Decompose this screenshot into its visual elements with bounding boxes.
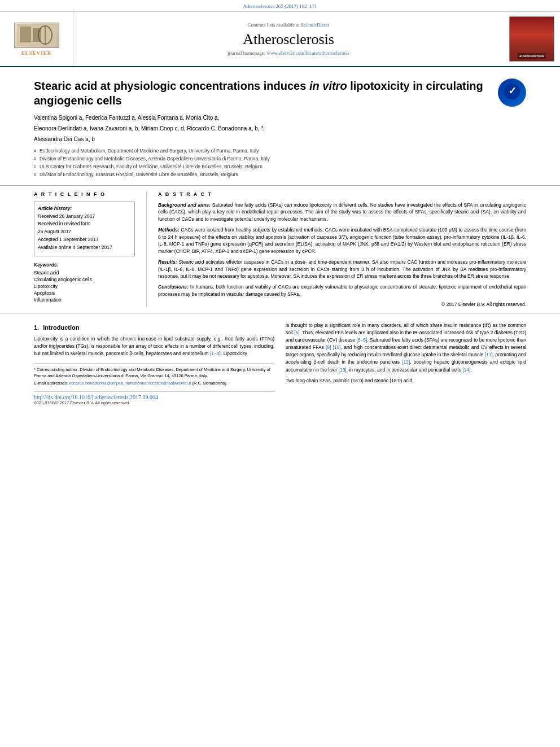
keyword-1: Stearic acid xyxy=(34,270,135,276)
introduction-title: Introduction xyxy=(43,324,79,331)
sciencedirect-prefix: Contents lists available at xyxy=(248,22,300,28)
intro-paragraph-2: is thought to play a significant role in… xyxy=(286,322,526,374)
ref-11[interactable]: [11] xyxy=(485,352,493,357)
sciencedirect-line: Contents lists available at ScienceDirec… xyxy=(248,22,330,28)
keywords-label: Keywords: xyxy=(34,262,135,268)
homepage-line: journal homepage: www.elsevier.com/locat… xyxy=(228,50,349,56)
keyword-5: Inflammation xyxy=(34,297,135,303)
col-left: 1. Introduction Lipotoxicity is a condit… xyxy=(34,322,274,405)
accepted-date: Accepted 1 September 2017 xyxy=(38,237,131,243)
received-date: Received 26 January 2017 xyxy=(38,213,131,220)
title-part1: Stearic acid at physiologic concentratio… xyxy=(34,80,309,92)
affiliation-d: d Division of Endocrinology, Erasmus Hos… xyxy=(34,172,526,178)
crossmark-icon: ✓ xyxy=(504,83,520,103)
abstract-title: A B S T R A C T xyxy=(158,191,526,197)
abstract-methods: Methods: CACs were isolated from healthy… xyxy=(158,226,526,255)
doi-link[interactable]: http://dx.doi.org/10.1016/j.atherosclero… xyxy=(34,394,158,400)
email-suffix: (R.C. Bonadonna). xyxy=(192,381,228,386)
affiliation-a: a Endocrinology and Metabolism, Departme… xyxy=(34,148,526,155)
intro-paragraph-3: Two long-chain SFAs, palmitic (16:0) and… xyxy=(286,377,526,385)
article-info-title: A R T I C L E I N F O xyxy=(34,191,135,197)
header-center: Contents lists available at ScienceDirec… xyxy=(73,12,504,66)
authors-line-1: Valentina Spigoni a, Federica Fantuzzi a… xyxy=(34,113,526,122)
results-text: Stearic acid activates effector caspases… xyxy=(158,259,526,279)
ref-6-8[interactable]: [6–8] xyxy=(356,337,367,343)
sciencedirect-link[interactable]: ScienceDirect xyxy=(301,22,329,28)
section-number: 1. xyxy=(34,324,39,331)
corresponding-author: * Corresponding author. Division of Endo… xyxy=(34,367,274,379)
affil-sup-a: a xyxy=(34,148,38,155)
email-link-1[interactable]: riccardo.bonadonna@unipr.it xyxy=(69,381,123,386)
ref-12[interactable]: [12] xyxy=(402,359,410,365)
copyright-line: © 2017 Elsevier B.V. All rights reserved… xyxy=(158,302,526,307)
ref-14[interactable]: [14] xyxy=(462,367,470,373)
article-info-panel: A R T I C L E I N F O Article history: R… xyxy=(34,191,147,307)
keyword-2: Circulating angiogenic cells xyxy=(34,277,135,282)
article-history-box: Article history: Received 26 January 201… xyxy=(34,202,135,256)
ref-13[interactable]: [13] xyxy=(339,367,347,373)
conclusions-text: In humans, both function and viability o… xyxy=(158,284,526,297)
journal-thumb-label: atherosclerosis xyxy=(518,53,546,59)
ref-9[interactable]: [9] xyxy=(326,344,331,350)
abstract-background: Background and aims: Saturated free fatt… xyxy=(158,202,526,223)
journal-title: Atherosclerosis xyxy=(243,31,334,48)
affil-text-b: Division of Endocrinology and Metabolic … xyxy=(40,156,270,163)
journal-citation: Atherosclerosis 265 (2017) 162–171 xyxy=(243,3,317,9)
header-left: ELSEVIER xyxy=(0,12,73,66)
introduction-heading: 1. Introduction xyxy=(34,324,274,331)
history-label: Article history: xyxy=(38,206,131,211)
affil-sup-d: d xyxy=(34,172,38,178)
svg-rect-1 xyxy=(20,27,31,42)
journal-citation-bar: Atherosclerosis 265 (2017) 162–171 xyxy=(0,0,560,12)
revised-label: Received in revised form xyxy=(38,221,131,228)
ref-5[interactable]: [5] xyxy=(294,330,299,335)
available-date: Available online 4 September 2017 xyxy=(38,244,131,251)
email-line: E-mail addresses: riccardo.bonadonna@uni… xyxy=(34,381,274,387)
affil-sup-c: c xyxy=(34,164,38,171)
elsevier-logo: ELSEVIER xyxy=(14,23,59,56)
article-title: Stearic acid at physiologic concentratio… xyxy=(34,78,498,108)
authors-line-3: Alessandra Dei Cas a, b xyxy=(34,135,526,143)
conclusions-label: Conclusions: xyxy=(158,284,189,290)
keywords-box: Keywords: Stearic acid Circulating angio… xyxy=(34,262,135,303)
two-column-layout: 1. Introduction Lipotoxicity is a condit… xyxy=(34,322,526,405)
email-link-2[interactable]: bonadonna.riccardo@fastwebnet.it xyxy=(125,381,191,386)
col-right: is thought to play a significant role in… xyxy=(286,322,526,405)
results-label: Results: xyxy=(158,259,177,265)
ref-10[interactable]: [10] xyxy=(333,344,341,350)
authors-line-2: Eleonora Derlindati a, Ivana Zavaroni a,… xyxy=(34,124,526,133)
info-abstract-section: A R T I C L E I N F O Article history: R… xyxy=(0,186,560,313)
affil-text-a: Endocrinology and Metabolism, Department… xyxy=(40,148,259,155)
revised-date: 25 August 2017 xyxy=(38,229,131,235)
doi-bar: http://dx.doi.org/10.1016/j.atherosclero… xyxy=(34,391,274,400)
keyword-3: Lipotoxicity xyxy=(34,283,135,289)
corresponding-label: * Corresponding author. Division of Endo… xyxy=(34,367,270,378)
methods-text: CACs were isolated from healthy subjects… xyxy=(158,227,526,254)
article-title-row: Stearic acid at physiologic concentratio… xyxy=(34,78,526,108)
footnotes-section: * Corresponding author. Division of Endo… xyxy=(34,363,274,405)
homepage-prefix: journal homepage: xyxy=(228,50,265,56)
svg-text:✓: ✓ xyxy=(508,85,517,97)
background-text: Saturated free fatty acids (SFAs) can in… xyxy=(158,202,526,222)
affiliation-c: c ULB Center for Diabetes Research, Facu… xyxy=(34,164,526,171)
affil-text-c: ULB Center for Diabetes Research, Facult… xyxy=(40,164,262,171)
crossmark-badge: ✓ xyxy=(498,78,526,107)
journal-header: ELSEVIER Contents lists available at Sci… xyxy=(0,12,560,67)
homepage-link[interactable]: www.elsevier.com/locate/atherosclerosis xyxy=(267,50,349,56)
intro-paragraph-1: Lipotoxicity is a condition in which the… xyxy=(34,335,274,358)
methods-label: Methods: xyxy=(158,227,180,233)
abstract-results: Results: Stearic acid activates effector… xyxy=(158,259,526,280)
main-body: 1. Introduction Lipotoxicity is a condit… xyxy=(0,313,560,414)
journal-thumbnail: atherosclerosis xyxy=(509,16,554,62)
page-container: Atherosclerosis 265 (2017) 162–171 ELSEV… xyxy=(0,0,560,414)
elsevier-logo-image xyxy=(14,23,59,48)
ref-1-4[interactable]: [1–4] xyxy=(210,351,221,356)
article-title-section: Stearic acid at physiologic concentratio… xyxy=(0,67,560,186)
issn-text: 0021-9150/© 2017 Elsevier B.V. All right… xyxy=(34,400,274,405)
affil-sup-b: b xyxy=(34,156,38,163)
title-italic: in vitro xyxy=(309,80,347,92)
abstract-conclusions: Conclusions: In humans, both function an… xyxy=(158,283,526,298)
header-right: atherosclerosis xyxy=(504,12,560,66)
affil-text-d: Division of Endocrinology, Erasmus Hospi… xyxy=(40,172,238,178)
elsevier-brand: ELSEVIER xyxy=(21,50,52,56)
